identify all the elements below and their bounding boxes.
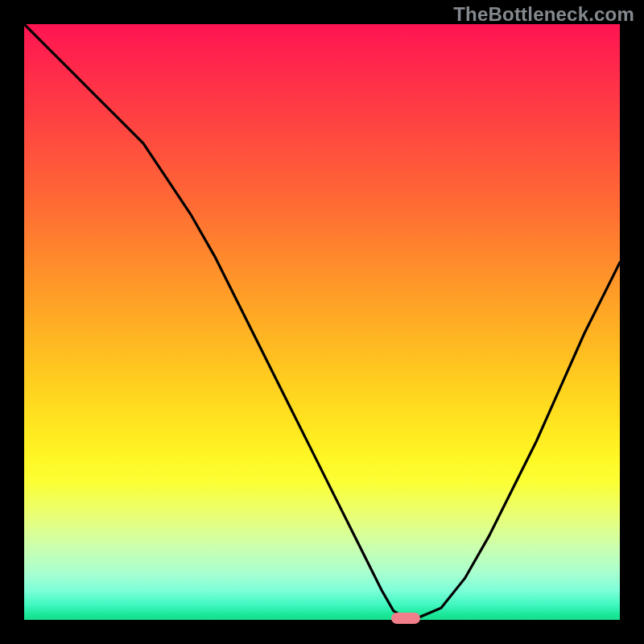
plot-area (24, 24, 620, 620)
optimal-marker (391, 613, 420, 624)
bottleneck-curve (24, 24, 620, 620)
chart-frame: TheBottleneck.com (0, 0, 644, 644)
watermark-text: TheBottleneck.com (453, 3, 634, 26)
